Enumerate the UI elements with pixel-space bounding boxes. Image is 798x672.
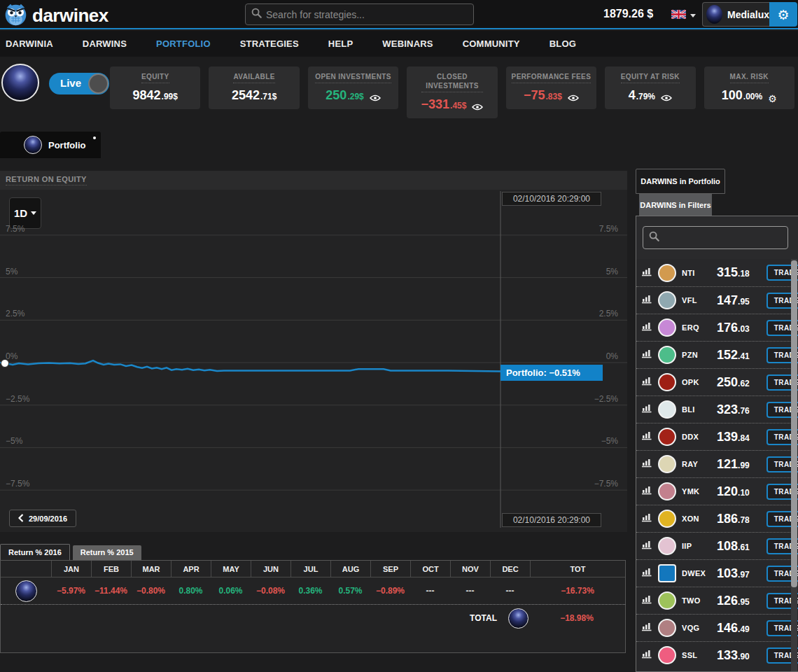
bar-chart-icon[interactable] [641, 512, 652, 525]
bar-chart-icon[interactable] [641, 321, 652, 334]
darwin-row-dwex[interactable]: DWEX103.97TRADE [636, 559, 798, 587]
darwin-ticker: RAY [682, 460, 711, 468]
tab-darwins-in-filters[interactable]: DARWINS in Filters [639, 194, 712, 216]
scrollbar-track[interactable] [791, 259, 797, 671]
stat-value: 4.79% [629, 88, 672, 103]
settings-button[interactable]: ⚙ [769, 2, 797, 27]
y-axis-tick-left: −5% [6, 436, 22, 446]
user-menu[interactable]: Medialux [702, 2, 769, 27]
darwin-ticker: VQG [682, 624, 711, 632]
tab-portfolio[interactable]: Portfolio [0, 132, 101, 158]
stat-label: CLOSED INVESTMENTS [421, 72, 483, 92]
darwin-list: NTI315.18TRADEVFL147.95TRADEERQ176.03TRA… [636, 259, 798, 671]
nav-item-blog[interactable]: BLOG [535, 38, 591, 49]
darwin-quote: 186.78 [717, 512, 750, 526]
darwin-row-pzn[interactable]: PZN152.41TRADE [636, 341, 798, 368]
nav-item-community[interactable]: COMMUNITY [448, 38, 535, 49]
nav-item-darwins[interactable]: DARWINS [68, 38, 141, 49]
bar-chart-icon[interactable] [641, 649, 652, 662]
tab-return-2016[interactable]: Return % 2016 [0, 544, 70, 560]
bar-chart-icon[interactable] [641, 349, 652, 361]
eye-icon[interactable] [568, 92, 579, 104]
bar-chart-icon[interactable] [641, 267, 652, 279]
nav-item-darwinia[interactable]: DARWINIA [0, 38, 68, 49]
darwin-row-erq[interactable]: ERQ176.03TRADE [636, 314, 798, 341]
bar-chart-icon[interactable] [641, 294, 652, 307]
eye-icon[interactable] [472, 101, 483, 113]
stat-value: −75.83$ [524, 88, 579, 103]
month-value-mar: −0.80% [131, 586, 171, 596]
nav-item-webinars[interactable]: WEBINARS [368, 38, 447, 49]
darwin-row-ymk[interactable]: YMK120.10TRADE [636, 477, 798, 505]
nav-item-help[interactable]: HELP [314, 38, 368, 49]
bar-chart-icon[interactable] [641, 458, 652, 470]
brand-name: darwinex [32, 5, 108, 27]
stat-value: 100.00%⚙ [722, 88, 777, 103]
search-input[interactable] [266, 9, 468, 20]
bar-chart-icon[interactable] [641, 594, 652, 607]
quote-integer: 126 [717, 594, 738, 608]
chevron-left-icon [18, 514, 24, 524]
bar-chart-icon[interactable] [641, 376, 652, 388]
header-cell-tot: TOT [530, 561, 625, 577]
darwin-row-bli[interactable]: BLI323.76TRADE [636, 396, 798, 423]
stat-decimal-value: .45$ [450, 101, 466, 111]
darwin-row-ssl[interactable]: SSL133.90TRADE [636, 641, 798, 668]
tab-darwins-in-portfolio[interactable]: DARWINS in Portfolio [636, 169, 725, 194]
stat-decimal-value: .79% [636, 92, 655, 102]
bar-chart-icon[interactable] [641, 622, 652, 634]
darwin-row-two[interactable]: TWO126.95TRADE [636, 587, 798, 614]
darwin-row-ddx[interactable]: DDX139.84TRADE [636, 423, 798, 450]
header-cell-nov: NOV [450, 561, 490, 577]
darwin-search[interactable] [643, 226, 788, 249]
search-icon [251, 8, 262, 21]
darwin-row-nti[interactable]: NTI315.18TRADE [636, 259, 798, 286]
strategy-search[interactable] [245, 4, 474, 25]
darwin-row-iip[interactable]: IIP108.61TRADE [636, 532, 798, 559]
bar-chart-icon[interactable] [641, 540, 652, 552]
darwin-row-opk[interactable]: OPK250.62TRADE [636, 368, 798, 396]
quote-decimals: .61 [738, 542, 750, 552]
quote-decimals: .95 [738, 297, 750, 307]
search-icon [649, 231, 659, 244]
nav-item-strategies[interactable]: STRATEGIES [225, 38, 314, 49]
header-cell-oct: OCT [410, 561, 450, 577]
tab-return-2015[interactable]: Return % 2015 [73, 545, 141, 560]
y-axis-tick-left: 2.5% [6, 309, 24, 318]
gear-icon[interactable]: ⚙ [768, 93, 777, 104]
language-selector[interactable] [671, 9, 696, 22]
darwin-row-vqg[interactable]: VQG146.49TRADE [636, 614, 798, 641]
bar-chart-icon[interactable] [641, 485, 652, 498]
darwin-quote: 103.97 [717, 566, 750, 581]
eye-icon[interactable] [661, 92, 672, 104]
bar-chart-icon[interactable] [641, 430, 652, 443]
quote-decimals: .90 [738, 652, 750, 662]
table-header-row: JANFEBMARAPRMAYJUNJULAUGSEPOCTNOVDECTOT [1, 561, 625, 578]
darwin-row-vfl[interactable]: VFL147.95TRADE [636, 286, 798, 314]
previous-date-button[interactable]: 29/09/2016 [9, 510, 76, 527]
live-demo-toggle[interactable]: Live [49, 73, 109, 94]
quote-integer: 323 [717, 402, 738, 417]
nav-item-portfolio[interactable]: PORTFOLIO [141, 38, 225, 49]
return-on-equity-chart[interactable]: 02/10/2016 20:29:00 02/10/2016 20:29:00 … [0, 190, 627, 532]
header-cell-jan: JAN [51, 561, 91, 577]
timeframe-label: 1D [14, 207, 27, 219]
header-cell-apr: APR [171, 561, 211, 577]
returns-tabs: Return % 2016 Return % 2015 [0, 544, 141, 560]
darwin-avatar [658, 318, 676, 337]
portfolio-avatar[interactable] [1, 64, 39, 102]
month-value-jul: 0.36% [290, 586, 330, 596]
brand-logo[interactable]: darwinex [3, 1, 108, 30]
darwin-row-xon[interactable]: XON186.78TRADE [636, 505, 798, 532]
darwin-row-ray[interactable]: RAY121.99TRADE [636, 450, 798, 477]
bar-chart-icon[interactable] [641, 403, 652, 416]
row-avatar-cell [1, 580, 51, 602]
darwin-search-input[interactable] [664, 232, 788, 243]
scrollbar-thumb[interactable] [791, 260, 797, 587]
darwin-avatar [658, 646, 676, 664]
stat-box-equity: EQUITY9842.99$ [110, 66, 200, 109]
quote-decimals: .18 [738, 269, 750, 279]
eye-icon[interactable] [370, 92, 381, 104]
stat-box-max-risk: MAX. RISK100.00%⚙ [704, 66, 794, 109]
bar-chart-icon[interactable] [641, 567, 652, 580]
